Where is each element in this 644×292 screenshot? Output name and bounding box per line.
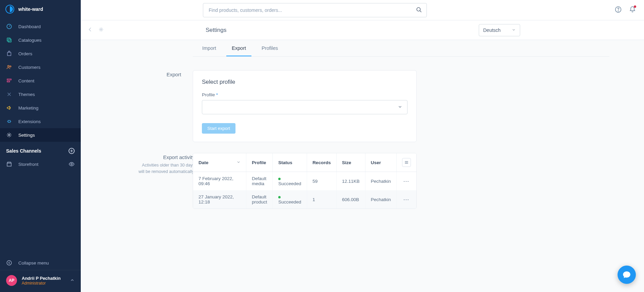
sidebar-item-customers[interactable]: Customers — [0, 60, 81, 74]
section-label-export: Export — [135, 70, 193, 142]
sidebar-item-orders[interactable]: Orders — [0, 47, 81, 60]
topbar — [81, 0, 644, 20]
svg-rect-7 — [7, 79, 11, 80]
search-icon[interactable] — [416, 7, 422, 14]
notifications-button[interactable] — [629, 6, 636, 14]
svg-rect-4 — [7, 52, 11, 56]
plug-icon — [6, 118, 12, 124]
profile-field-label: Profile * — [202, 92, 408, 97]
th-profile[interactable]: Profile — [246, 153, 273, 172]
svg-rect-11 — [7, 163, 11, 166]
th-config[interactable] — [397, 153, 417, 172]
th-user[interactable]: User — [365, 153, 396, 172]
help-icon[interactable] — [615, 6, 622, 14]
svg-point-6 — [10, 66, 11, 67]
th-date-label: Date — [198, 160, 208, 165]
chevron-down-icon — [398, 104, 402, 110]
profile-field-label-text: Profile — [202, 92, 215, 97]
bag-icon — [6, 51, 12, 57]
svg-rect-8 — [7, 81, 10, 82]
cell-user: Pechatkin — [365, 190, 396, 209]
language-select[interactable]: Deutsch — [479, 24, 520, 36]
sidebar-channel-storefront[interactable]: Storefront — [0, 157, 81, 171]
megaphone-icon — [6, 105, 12, 111]
cell-status: Succeeded — [273, 172, 307, 191]
th-status[interactable]: Status — [273, 153, 307, 172]
sidebar-nav: Dashboard Catalogues Orders Customers Co… — [0, 20, 81, 142]
columns-config-icon[interactable] — [402, 158, 411, 167]
chevron-up-icon — [70, 278, 75, 284]
export-card: Select profile Profile * Start export — [193, 70, 417, 142]
sidebar-item-label: Settings — [18, 133, 75, 138]
th-size[interactable]: Size — [336, 153, 365, 172]
gauge-icon — [6, 23, 12, 30]
tabs: Import Export Profiles — [193, 40, 609, 57]
sidebar-item-marketing[interactable]: Marketing — [0, 101, 81, 115]
tab-export[interactable]: Export — [226, 40, 251, 56]
cell-size: 12.11KB — [336, 172, 365, 191]
page-title: Settings — [206, 27, 226, 34]
sidebar-item-content[interactable]: Content — [0, 74, 81, 87]
profile-select[interactable] — [202, 100, 408, 114]
table-row[interactable]: 7 February 2022, 09:46 Default media Suc… — [193, 172, 416, 191]
svg-point-5 — [8, 65, 10, 67]
user-menu[interactable]: AP Andrii P Pechatkin Administrator — [0, 270, 81, 292]
page-header: Settings Deutsch — [81, 20, 644, 40]
sales-channels-label: Sales Channels — [6, 148, 41, 154]
cell-records: 59 — [307, 172, 336, 191]
layout-icon — [6, 78, 12, 84]
svg-point-16 — [618, 11, 618, 11]
sidebar-item-themes[interactable]: Themes — [0, 87, 81, 101]
activity-table: Date Profile Status Records Size User — [193, 153, 417, 209]
brand-name: white-ward — [18, 6, 43, 12]
table-header-row: Date Profile Status Records Size User — [193, 153, 416, 172]
sidebar-item-label: Themes — [18, 92, 75, 97]
chevron-down-icon — [512, 27, 516, 33]
main: Settings Deutsch Import Export Profiles … — [81, 0, 644, 292]
back-icon[interactable] — [88, 27, 93, 33]
sidebar-item-label: Customers — [18, 65, 75, 70]
sidebar-item-label: Catalogues — [18, 38, 75, 43]
chat-bubble-button[interactable] — [618, 266, 636, 284]
gear-icon — [6, 132, 12, 138]
users-icon — [6, 64, 12, 70]
notification-dot — [634, 5, 636, 8]
collapse-menu-button[interactable]: Collapse menu — [0, 256, 81, 270]
sidebar-item-catalogues[interactable]: Catalogues — [0, 33, 81, 47]
svg-rect-9 — [8, 120, 10, 122]
row-actions-button[interactable]: ··· — [403, 179, 409, 184]
sidebar-item-dashboard[interactable]: Dashboard — [0, 20, 81, 33]
table-row[interactable]: 27 January 2022, 12:18 Default product S… — [193, 190, 416, 209]
th-records[interactable]: Records — [307, 153, 336, 172]
tab-profiles[interactable]: Profiles — [256, 40, 283, 56]
sidebar-item-label: Orders — [18, 51, 75, 56]
export-section: Export Select profile Profile * Start ex… — [135, 70, 609, 142]
eye-icon[interactable] — [69, 161, 75, 167]
sidebar-item-label: Dashboard — [18, 24, 75, 29]
storefront-icon — [6, 161, 12, 167]
cell-status: Succeeded — [273, 190, 307, 209]
brand-logo-icon — [5, 5, 14, 14]
content-scroll[interactable]: Import Export Profiles Export Select pro… — [81, 40, 644, 292]
avatar: AP — [6, 275, 17, 286]
search-wrap — [203, 3, 427, 17]
tab-import[interactable]: Import — [197, 40, 222, 56]
chevron-down-icon — [236, 160, 241, 165]
sidebar-item-label: Content — [18, 78, 75, 83]
status-dot-icon — [278, 178, 281, 180]
settings-gear-icon[interactable] — [98, 27, 104, 33]
sidebar-item-extensions[interactable]: Extensions — [0, 115, 81, 128]
sidebar-item-settings[interactable]: Settings — [0, 128, 81, 142]
row-actions-button[interactable]: ··· — [403, 197, 409, 202]
add-channel-button[interactable] — [69, 148, 75, 154]
svg-rect-3 — [8, 39, 11, 42]
start-export-button[interactable]: Start export — [202, 123, 235, 134]
search-input[interactable] — [203, 3, 427, 17]
collapse-label: Collapse menu — [18, 260, 49, 266]
sidebar-item-label: Storefront — [18, 162, 62, 167]
cell-status-text: Succeeded — [278, 181, 301, 186]
cell-profile: Default product — [246, 190, 273, 209]
chat-icon — [622, 270, 631, 279]
activity-label-text: Export activity — [135, 154, 195, 160]
th-date[interactable]: Date — [193, 153, 246, 172]
